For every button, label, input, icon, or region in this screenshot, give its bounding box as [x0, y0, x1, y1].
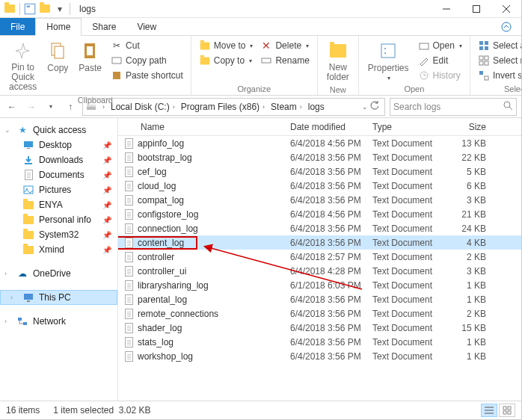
sidebar-item[interactable]: System32📌	[0, 227, 117, 242]
paste-icon	[80, 40, 101, 61]
copy-to-button[interactable]: Copy to▾	[197, 54, 255, 67]
tab-view[interactable]: View	[126, 18, 167, 35]
chevron-down-icon[interactable]: ⌄	[4, 126, 12, 134]
properties-button[interactable]: Properties▾	[365, 39, 412, 83]
table-row[interactable]: controller_ui6/4/2018 4:28 PMText Docume…	[118, 264, 521, 278]
open-button[interactable]: Open▾	[417, 39, 464, 52]
table-row[interactable]: compat_log6/4/2018 3:56 PMText Document3…	[118, 193, 521, 207]
svg-rect-40	[18, 318, 22, 321]
sidebar-item[interactable]: Xmind📌	[0, 242, 117, 257]
breadcrumb-seg[interactable]: Local Disk (C:)›	[109, 102, 179, 112]
sidebar-quick-access[interactable]: ⌄ ★ Quick access	[0, 123, 117, 138]
tab-file[interactable]: File	[0, 18, 35, 35]
breadcrumb-seg[interactable]: Steam›	[269, 102, 307, 112]
table-row[interactable]: appinfo_log6/4/2018 4:56 PMText Document…	[118, 136, 521, 150]
folder-qat-icon[interactable]	[3, 2, 16, 16]
col-name[interactable]: Name	[118, 122, 290, 132]
properties-qat-icon[interactable]	[23, 2, 37, 16]
pin-to-quick-access-button[interactable]: Pin to Quick access	[6, 39, 40, 94]
delete-button[interactable]: ✕Delete▾	[259, 39, 310, 52]
table-row[interactable]: connection_log6/4/2018 3:56 PMText Docum…	[118, 221, 521, 235]
search-input[interactable]: Search logs	[390, 98, 517, 116]
select-all-button[interactable]: Select all	[476, 39, 522, 52]
table-row[interactable]: content_log6/4/2018 3:56 PMText Document…	[118, 235, 521, 250]
table-row[interactable]: cef_log6/4/2018 3:56 PMText Document5 KB	[118, 164, 521, 179]
chevron-right-icon[interactable]: ›	[10, 294, 18, 301]
table-row[interactable]: parental_log6/4/2018 3:56 PMText Documen…	[118, 292, 521, 306]
chevron-right-icon[interactable]: ›	[4, 270, 12, 277]
table-row[interactable]: shader_log6/4/2018 3:56 PMText Document1…	[118, 321, 521, 335]
back-button[interactable]: ←	[4, 99, 19, 114]
sidebar-item[interactable]: Desktop📌	[0, 138, 117, 152]
tab-home[interactable]: Home	[35, 18, 82, 36]
col-size[interactable]: Size	[447, 122, 497, 132]
cut-button[interactable]: ✂Cut	[109, 39, 185, 52]
table-row[interactable]: cloud_log6/4/2018 3:56 PMText Document6 …	[118, 179, 521, 193]
select-none-icon	[478, 55, 490, 67]
edit-button[interactable]: Edit	[417, 54, 464, 67]
new-folder-button[interactable]: New folder	[324, 39, 352, 84]
new-folder-qat-icon[interactable]	[38, 2, 52, 16]
invert-selection-button[interactable]: Invert selection	[476, 69, 522, 82]
maximize-button[interactable]	[461, 0, 491, 18]
network-icon	[16, 315, 28, 327]
recent-dropdown[interactable]: ▾	[43, 99, 58, 114]
paste-shortcut-button[interactable]: Paste shortcut	[109, 69, 185, 82]
tab-share[interactable]: Share	[82, 18, 126, 35]
table-row[interactable]: workshop_log6/4/2018 3:56 PMText Documen…	[118, 349, 521, 363]
table-row[interactable]: bootstrap_log6/4/2018 3:56 PMText Docume…	[118, 150, 521, 164]
table-row[interactable]: controller6/4/2018 2:57 PMText Document2…	[118, 250, 521, 264]
breadcrumb-dropdown-icon[interactable]: ⌄	[362, 103, 368, 111]
svg-rect-17	[420, 43, 429, 49]
group-new: New folder New	[318, 36, 359, 95]
breadcrumb-seg[interactable]: logs	[307, 102, 326, 112]
file-icon	[118, 167, 136, 177]
move-to-button[interactable]: Move to▾	[197, 39, 255, 52]
sidebar-item-icon	[22, 199, 34, 211]
sidebar-item-icon	[22, 169, 34, 181]
breadcrumb[interactable]: › Local Disk (C:)› Program Files (x86)› …	[82, 98, 385, 116]
sidebar-item[interactable]: Documents📌	[0, 167, 117, 182]
table-row[interactable]: remote_connections6/4/2018 3:56 PMText D…	[118, 306, 521, 321]
paste-button[interactable]: Paste	[76, 39, 105, 75]
svg-rect-34	[27, 148, 30, 149]
pinned-icon: 📌	[102, 231, 111, 239]
breadcrumb-seg[interactable]: Program Files (x86)›	[179, 102, 269, 112]
icons-view-button[interactable]	[499, 404, 515, 417]
sidebar-network[interactable]: › Network	[0, 314, 117, 329]
open-icon	[418, 40, 430, 52]
col-type[interactable]: Type	[372, 122, 447, 132]
refresh-icon[interactable]	[369, 100, 380, 113]
paste-label: Paste	[79, 63, 102, 73]
sidebar-item[interactable]: Downloads📌	[0, 152, 117, 167]
svg-rect-27	[479, 71, 483, 75]
properties-icon	[378, 40, 399, 61]
minimize-button[interactable]	[432, 0, 461, 18]
copy-path-button[interactable]: Copy path	[109, 54, 185, 67]
close-button[interactable]	[491, 0, 521, 18]
sidebar-item[interactable]: ENYA📌	[0, 197, 117, 212]
file-name: configstore_log	[136, 209, 290, 220]
rename-button[interactable]: Rename	[259, 54, 310, 67]
ribbon-collapse-icon[interactable]	[491, 18, 521, 35]
svg-rect-41	[23, 322, 27, 325]
col-date[interactable]: Date modified	[290, 122, 372, 132]
forward-button[interactable]: →	[24, 99, 39, 114]
svg-rect-47	[508, 407, 511, 410]
sidebar-this-pc[interactable]: › This PC	[0, 290, 117, 305]
table-row[interactable]: librarysharing_log6/1/2018 6:03 PMText D…	[118, 278, 521, 292]
table-row[interactable]: stats_log6/4/2018 3:56 PMText Document1 …	[118, 335, 521, 349]
file-size: 24 KB	[447, 223, 497, 234]
table-row[interactable]: configstore_log6/4/2018 4:56 PMText Docu…	[118, 207, 521, 221]
sidebar-item[interactable]: Personal info📌	[0, 212, 117, 227]
chevron-right-icon[interactable]: ›	[4, 318, 12, 325]
sidebar-onedrive[interactable]: › ☁ OneDrive	[0, 266, 117, 281]
select-none-button[interactable]: Select none	[476, 54, 522, 67]
history-button[interactable]: History	[417, 69, 464, 82]
file-type: Text Document	[372, 337, 447, 348]
copy-button[interactable]: Copy	[44, 39, 71, 75]
details-view-button[interactable]	[481, 404, 497, 417]
up-button[interactable]: ↑	[63, 99, 78, 114]
sidebar-item[interactable]: Pictures📌	[0, 182, 117, 197]
qat-dropdown-icon[interactable]: ▾	[53, 2, 67, 16]
